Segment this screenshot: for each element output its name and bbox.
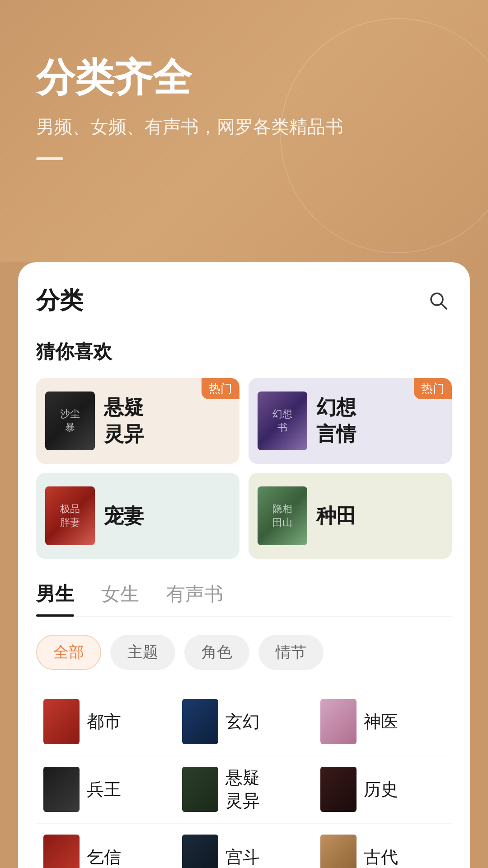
card-header: 分类 — [36, 285, 452, 316]
cat-cover-bottom3 — [320, 835, 357, 868]
book-cover-farming: 隐相田山 — [258, 486, 307, 545]
cat-cover-bottom2 — [182, 835, 218, 868]
cat-cover-divine — [320, 699, 357, 744]
tab-male[interactable]: 男生 — [36, 581, 74, 616]
tab-audio[interactable]: 有声书 — [166, 581, 223, 616]
category-item-bottom3[interactable]: 古代 — [313, 824, 452, 868]
cat-label-bottom3: 古代 — [364, 846, 398, 868]
cat-cover-mystery2 — [182, 767, 218, 812]
category-item-mystery2[interactable]: 悬疑灵异 — [175, 755, 314, 824]
cat-label-urban: 都市 — [87, 710, 121, 733]
genre-card-mystery[interactable]: 热门 沙尘暴 悬疑灵异 — [36, 378, 239, 464]
cat-label-mystery2: 悬疑灵异 — [225, 766, 260, 812]
cat-label-bottom2: 宫斗 — [225, 846, 260, 868]
filter-row: 全部 主题 角色 情节 — [36, 635, 452, 670]
category-item-divine[interactable]: 神医 — [313, 688, 452, 755]
tab-female[interactable]: 女生 — [101, 581, 139, 616]
category-item-urban[interactable]: 都市 — [36, 688, 175, 755]
category-item-soldier[interactable]: 兵王 — [36, 755, 175, 824]
hot-badge-fantasy: 热门 — [414, 378, 452, 399]
filter-chip-role[interactable]: 角色 — [184, 635, 249, 670]
filter-chip-all[interactable]: 全部 — [36, 635, 101, 670]
genre-label-fantasy: 幻想言情 — [316, 394, 356, 448]
genre-card-romance[interactable]: 极品胖妻 宠妻 — [36, 473, 239, 559]
hero-divider — [36, 157, 63, 160]
search-button[interactable] — [425, 287, 452, 314]
cat-label-bottom1: 乞信 — [87, 846, 121, 868]
book-cover-fantasy: 幻想书 — [258, 392, 307, 450]
genre-card-fantasy[interactable]: 热门 幻想书 幻想言情 — [249, 378, 452, 464]
filter-chip-plot[interactable]: 情节 — [258, 635, 324, 670]
book-cover-mystery: 沙尘暴 — [45, 392, 95, 450]
hero-section: 分类齐全 男频、女频、有声书，网罗各类精品书 — [0, 0, 488, 262]
category-item-xuan[interactable]: 玄幻 — [175, 688, 314, 755]
svg-line-1 — [441, 303, 446, 309]
category-item-history[interactable]: 历史 — [313, 755, 452, 824]
cat-cover-urban — [43, 699, 80, 744]
cat-cover-soldier — [43, 767, 80, 812]
cat-cover-history — [320, 767, 357, 812]
cat-label-history: 历史 — [364, 778, 398, 801]
cat-label-divine: 神医 — [364, 710, 398, 733]
genre-label-farming: 种田 — [316, 503, 356, 529]
category-item-bottom2[interactable]: 宫斗 — [175, 824, 314, 868]
category-item-bottom1[interactable]: 乞信 — [36, 824, 175, 868]
genre-card-farming[interactable]: 隐相田山 种田 — [249, 473, 452, 559]
cat-label-soldier: 兵王 — [87, 778, 121, 801]
cat-cover-bottom1 — [43, 835, 80, 868]
genre-grid: 热门 沙尘暴 悬疑灵异 热门 幻想书 幻想言情 极品胖妻 — [36, 378, 452, 559]
cat-label-xuan: 玄幻 — [225, 710, 260, 733]
tabs-row: 男生 女生 有声书 — [36, 581, 452, 617]
book-cover-romance: 极品胖妻 — [45, 486, 95, 545]
main-card: 分类 猜你喜欢 热门 沙尘暴 悬疑灵异 热门 幻想书 — [18, 262, 470, 868]
filter-chip-theme[interactable]: 主题 — [110, 635, 175, 670]
category-grid: 都市 玄幻 神医 兵王 悬疑灵异 — [36, 688, 452, 868]
card-title: 分类 — [36, 285, 83, 316]
genre-label-romance: 宠妻 — [104, 503, 144, 529]
section-title: 猜你喜欢 — [36, 339, 452, 364]
cat-cover-xuan — [182, 699, 218, 744]
decorative-circle — [280, 18, 488, 253]
genre-label-mystery: 悬疑灵异 — [104, 394, 144, 448]
hot-badge-mystery: 热门 — [202, 378, 239, 399]
